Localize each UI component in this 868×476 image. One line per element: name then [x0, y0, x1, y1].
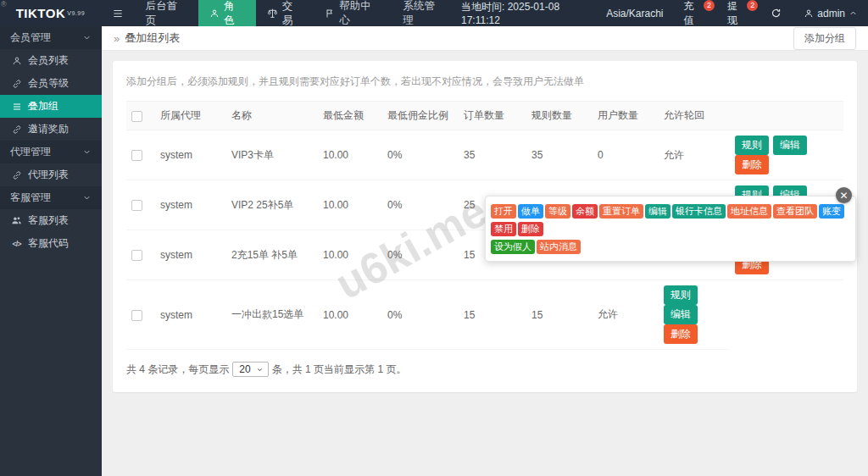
edit-button[interactable]: 编辑 — [645, 204, 670, 219]
pagination: 共 4 条记录，每页显示 20 条，共 1 页当前显示第 1 页。 — [126, 362, 843, 377]
nav-home[interactable]: 后台首页 — [135, 0, 198, 26]
logo-version: V9.99 — [67, 10, 85, 16]
person-icon — [209, 8, 220, 19]
delete-button[interactable]: 删除 — [735, 155, 769, 174]
link-icon — [11, 79, 22, 89]
sidebar-item-invite-reward[interactable]: 邀请奖励 — [0, 118, 102, 141]
table-row: system VIP3卡单 10.00 0% 35 35 0 允许 规则编辑删除 — [126, 130, 843, 180]
sidebar-item-support-list[interactable]: 客服列表 — [0, 209, 102, 232]
nav-system-admin[interactable]: 系统管理 — [392, 0, 456, 26]
nav-trade[interactable]: 交易 — [256, 0, 314, 26]
app-logo: TIKTOKV9.99 — [0, 0, 101, 26]
col-allow-loop: 允许轮回 — [659, 102, 730, 130]
rules-button[interactable]: 规则 — [664, 285, 698, 305]
hamburger-icon — [112, 8, 124, 19]
nav-roles[interactable]: 角色 — [198, 0, 256, 26]
sidebar-group-support-mgmt[interactable]: 客服管理 — [0, 186, 102, 209]
sidebar-group-member-mgmt[interactable]: 会员管理 — [0, 26, 102, 49]
rules-button[interactable]: 规则 — [735, 136, 769, 155]
bank-card-info-button[interactable]: 银行卡信息 — [672, 204, 726, 219]
chevron-down-icon — [82, 193, 92, 202]
make-order-button[interactable]: 做单 — [518, 204, 543, 219]
recharge-badge: 2 — [704, 0, 715, 11]
edit-button[interactable]: 编辑 — [773, 136, 807, 155]
edit-button[interactable]: 编辑 — [664, 305, 698, 324]
flag-icon — [325, 8, 335, 19]
table-header-row: 所属代理 名称 最低金额 最低佣金比例 订单数量 规则数量 用户数量 允许轮回 — [126, 102, 843, 130]
sidebar-collapse-toggle[interactable] — [101, 0, 135, 26]
user-menu[interactable]: admin — [793, 8, 868, 19]
sidebar-item-support-code[interactable]: </> 客服代码 — [0, 232, 102, 255]
select-all-checkbox[interactable] — [131, 111, 142, 122]
set-as-bot-button[interactable]: 设为假人 — [491, 240, 535, 254]
address-info-button[interactable]: 地址信息 — [727, 204, 771, 219]
people-icon — [11, 215, 22, 226]
delete-button[interactable]: 删除 — [664, 324, 698, 344]
col-user-count: 用户数量 — [593, 102, 659, 130]
level-button[interactable]: 等级 — [545, 204, 570, 219]
withdraw-badge: 2 — [747, 0, 758, 11]
user-icon — [804, 8, 814, 19]
sidebar: 会员管理 会员列表 会员等级 叠加组 邀请奖励 代理管理 代理列表 客服管理 客… — [0, 26, 102, 476]
list-icon — [11, 102, 22, 112]
recharge-link[interactable]: 充值 2 — [672, 0, 715, 28]
chevron-up-icon — [849, 8, 858, 18]
col-min-amount: 最低金额 — [318, 102, 382, 130]
sidebar-item-stack-group[interactable]: 叠加组 — [0, 95, 102, 118]
breadcrumb-bar: » 叠加组列表 添加分组 — [102, 26, 868, 51]
refresh-button[interactable] — [759, 8, 793, 19]
breadcrumb-arrow-icon: » — [114, 32, 120, 45]
link-icon — [11, 170, 22, 180]
col-name: 名称 — [226, 102, 318, 130]
balance-button[interactable]: 余额 — [572, 204, 598, 219]
nav-help-center[interactable]: 帮助中心 — [314, 0, 392, 26]
page-size-select[interactable]: 20 — [232, 362, 268, 377]
close-popup-button[interactable]: ✕ — [836, 187, 852, 203]
notice-text: 添加分组后，必须添加规则，并且规则需要对应好订单个数，若出现不对应情况，会导致用… — [126, 75, 843, 89]
link-icon — [11, 125, 22, 135]
sidebar-group-agent-mgmt[interactable]: 代理管理 — [0, 141, 102, 163]
timezone: Asia/Karachi — [603, 8, 671, 19]
col-order-count: 订单数量 — [459, 102, 526, 130]
withdraw-link[interactable]: 提现 2 — [715, 0, 759, 28]
logo-text: TIKTOK — [16, 6, 66, 20]
person-icon — [11, 56, 22, 66]
chevron-down-icon — [82, 147, 92, 157]
main-content: 添加分组后，必须添加规则，并且规则需要对应好订单个数，若出现不对应情况，会导致用… — [102, 52, 868, 476]
chevron-down-icon — [82, 33, 92, 42]
row-checkbox[interactable] — [131, 150, 142, 161]
row-checkbox[interactable] — [131, 310, 142, 321]
site-message-button[interactable]: 站内消息 — [537, 240, 581, 254]
col-rule-count: 规则数量 — [526, 102, 593, 130]
disable-button[interactable]: 禁用 — [491, 222, 516, 236]
user-actions-popup: 打开做单等级余额重置订单编辑银行卡信息地址信息查看团队账变禁用删除 设为假人站内… — [485, 196, 856, 262]
view-team-button[interactable]: 查看团队 — [773, 204, 817, 219]
col-min-commission: 最低佣金比例 — [382, 102, 459, 130]
local-time: 当地时间: 2025-01-08 17:11:12 — [456, 0, 603, 26]
username: admin — [817, 8, 845, 19]
topbar: TIKTOKV9.99 后台首页 角色 交易 帮助中心 系统管理 当地时间: 2… — [0, 0, 868, 26]
sidebar-item-member-list[interactable]: 会员列表 — [0, 49, 102, 72]
col-agent: 所属代理 — [155, 102, 226, 130]
scale-icon — [267, 8, 278, 19]
account-changes-button[interactable]: 账变 — [819, 204, 844, 219]
row-checkbox[interactable] — [131, 250, 142, 261]
refresh-icon — [771, 8, 782, 19]
table-row: system 一冲出款15选单 10.00 0% 15 15 允许 2 规则编辑… — [126, 280, 843, 350]
row-checkbox[interactable] — [131, 200, 142, 211]
sidebar-item-agent-list[interactable]: 代理列表 — [0, 163, 102, 186]
open-button[interactable]: 打开 — [491, 204, 516, 219]
pagination-summary-suffix: 条，共 1 页当前显示第 1 页。 — [272, 363, 407, 377]
page-title: 叠加组列表 — [125, 30, 180, 46]
sidebar-item-member-level[interactable]: 会员等级 — [0, 72, 102, 95]
reset-orders-button[interactable]: 重置订单 — [599, 204, 643, 219]
code-icon: </> — [11, 240, 22, 248]
close-icon: ✕ — [839, 190, 848, 202]
pagination-summary-prefix: 共 4 条记录，每页显示 — [126, 363, 229, 377]
add-group-button[interactable]: 添加分组 — [793, 27, 856, 50]
chevron-down-icon — [256, 366, 264, 374]
delete-button[interactable]: 删除 — [518, 222, 543, 236]
